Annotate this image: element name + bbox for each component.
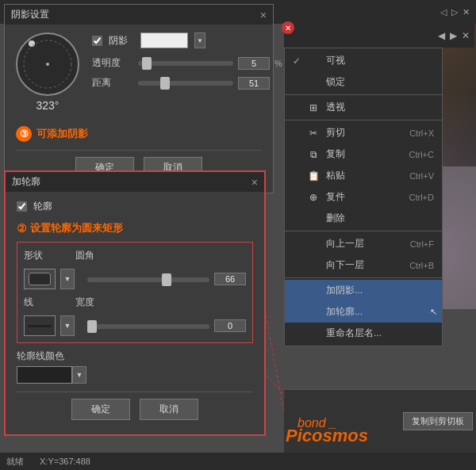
- status-state: 就绪: [6, 456, 24, 468]
- shortcut-duplicate: Ctrl+D: [409, 193, 434, 202]
- line-width-slider-container: [87, 320, 209, 331]
- copy-to-clipboard-button[interactable]: 复制到剪切板: [403, 412, 473, 430]
- shadow-checkbox-label: 阴影: [109, 34, 128, 48]
- angle-value: 323°: [36, 99, 60, 112]
- copy-icon: ⧉: [305, 149, 321, 160]
- shortcut-move-up: Ctrl+F: [410, 239, 434, 249]
- opacity-slider[interactable]: [138, 61, 233, 66]
- outline-dialog-close[interactable]: ×: [251, 176, 258, 189]
- menu-label-rename: 重命名层名...: [326, 327, 434, 340]
- shadow-dialog-body: 323° 阴影 ▼ 透明度 %: [5, 25, 273, 193]
- angle-section: 323°: [16, 32, 79, 112]
- distance-row: 距离: [92, 76, 282, 90]
- check-icon: ✓: [293, 55, 305, 67]
- distance-value-input[interactable]: [238, 77, 270, 90]
- menu-item-add-outline[interactable]: 加轮廓... ↖: [285, 301, 442, 323]
- shadow-color-preview[interactable]: [140, 32, 188, 48]
- annotation-2-circle: ②: [17, 222, 27, 235]
- menu-item-copy[interactable]: ⧉ 复制 Ctrl+C: [285, 143, 442, 165]
- annotation-3-circle: ③: [16, 126, 32, 142]
- menu-item-visible[interactable]: ✓ 可视: [285, 50, 442, 71]
- menu-item-duplicate[interactable]: ⊕ 复件 Ctrl+D: [285, 186, 442, 208]
- shadow-dialog-title: 阴影设置: [11, 8, 49, 21]
- shape-label: 形状: [24, 249, 52, 262]
- menu-item-rename[interactable]: 重命名层名...: [285, 323, 442, 344]
- outline-dialog-title: 加轮廓: [12, 175, 40, 189]
- menu-sep-1: [285, 94, 442, 95]
- line-inner: [28, 325, 52, 327]
- opacity-slider-container: %: [138, 57, 282, 70]
- line-row: 线 宽度: [24, 296, 246, 309]
- menu-item-cut[interactable]: ✂ 剪切 Ctrl+X: [285, 122, 442, 143]
- line-width-slider[interactable]: [87, 324, 209, 329]
- shadow-dialog-close[interactable]: ×: [260, 9, 267, 21]
- opacity-unit: %: [274, 59, 282, 68]
- line-dropdown[interactable]: ▼: [60, 315, 75, 336]
- outline-cancel-button[interactable]: 取消: [140, 399, 198, 420]
- paste-icon: 📋: [305, 170, 321, 182]
- shortcut-paste: Ctrl+V: [409, 171, 434, 181]
- line-width-value[interactable]: [214, 319, 246, 332]
- shadow-checkbox[interactable]: [92, 36, 102, 46]
- outline-dialog: 加轮廓 × 轮廓 ② 设置轮廓为圆来矩形 形状 圆角 ▼: [4, 170, 266, 436]
- menu-item-move-up[interactable]: 向上一层 Ctrl+F: [285, 233, 442, 254]
- outline-dialog-titlebar: 加轮廓 ×: [6, 172, 264, 192]
- perspective-icon: ⊞: [305, 102, 321, 113]
- menu-item-perspective[interactable]: ⊞ 透视: [285, 97, 442, 118]
- distance-slider[interactable]: [138, 81, 233, 86]
- shape-inner: [29, 273, 51, 285]
- cursor-indicator: ↖: [430, 307, 437, 317]
- outline-color-preview[interactable]: [17, 366, 72, 384]
- outline-dialog-buttons: 确定 取消: [17, 392, 253, 426]
- shortcut-copy: Ctrl+C: [409, 150, 434, 159]
- outline-ok-button[interactable]: 确定: [71, 399, 130, 420]
- angle-circle[interactable]: [16, 32, 79, 96]
- layer-panel-arrow-left[interactable]: ◀: [438, 30, 445, 41]
- menu-sep-2: [285, 120, 442, 120]
- cut-icon: ✂: [305, 128, 321, 139]
- shortcut-move-down: Ctrl+B: [409, 261, 434, 270]
- bond-text: bond _: [298, 416, 336, 430]
- outline-shape-section: 形状 圆角 ▼ 线 宽度 ▼: [17, 242, 253, 343]
- annotation-3-text: 可添加阴影: [36, 127, 88, 141]
- canvas-close-button[interactable]: ✕: [282, 21, 294, 34]
- shadow-checkbox-row: 阴影 ▼: [92, 32, 282, 48]
- shadow-color-dropdown[interactable]: ▼: [194, 32, 205, 48]
- shape-dropdown[interactable]: ▼: [60, 269, 75, 289]
- shadow-dialog-titlebar: 阴影设置 ×: [5, 5, 273, 25]
- menu-item-delete[interactable]: 删除: [285, 208, 442, 229]
- shape-preview[interactable]: [24, 269, 56, 289]
- layer-panel-arrow-right[interactable]: ▶: [450, 30, 457, 41]
- panel-close[interactable]: ✕: [463, 7, 470, 17]
- round-corner-slider[interactable]: [87, 277, 209, 282]
- distance-label: 距离: [92, 76, 132, 90]
- round-corner-slider-container: [87, 273, 209, 285]
- panel-toggle-right[interactable]: ▷: [451, 7, 458, 17]
- menu-item-lock[interactable]: 锁定: [285, 71, 442, 93]
- shortcut-cut: Ctrl+X: [409, 128, 434, 138]
- menu-item-add-shadow[interactable]: 加阴影...: [285, 280, 442, 301]
- shape-row: 形状 圆角: [24, 249, 246, 262]
- menu-label-perspective: 透视: [326, 101, 434, 114]
- annotation-2-text: 设置轮廓为圆来矩形: [30, 221, 123, 235]
- outline-checkbox[interactable]: [17, 201, 27, 212]
- menu-label-add-outline: 加轮廓...: [326, 305, 434, 319]
- line-preview[interactable]: [24, 315, 56, 336]
- menu-label-delete: 删除: [326, 212, 434, 225]
- menu-item-paste[interactable]: 📋 粘贴 Ctrl+V: [285, 165, 442, 186]
- menu-item-move-down[interactable]: 向下一层 Ctrl+B: [285, 254, 442, 276]
- menu-label-visible: 可视: [326, 54, 434, 67]
- opacity-row: 透明度 %: [92, 56, 282, 70]
- outline-color-dropdown[interactable]: ▼: [72, 366, 86, 384]
- panel-toggle-left[interactable]: ◁: [440, 7, 447, 17]
- menu-sep-3: [285, 231, 442, 231]
- layer-panel-close[interactable]: ✕: [462, 30, 470, 41]
- menu-label-lock: 锁定: [326, 75, 434, 89]
- svg-point-0: [24, 40, 71, 88]
- duplicate-icon: ⊕: [305, 192, 321, 203]
- width-label: 宽度: [75, 296, 94, 309]
- round-corner-value[interactable]: [214, 273, 246, 285]
- outline-color-row: 轮廓线颜色 ▼: [17, 350, 253, 384]
- opacity-value-input[interactable]: [238, 57, 270, 70]
- line-label: 线: [24, 296, 52, 309]
